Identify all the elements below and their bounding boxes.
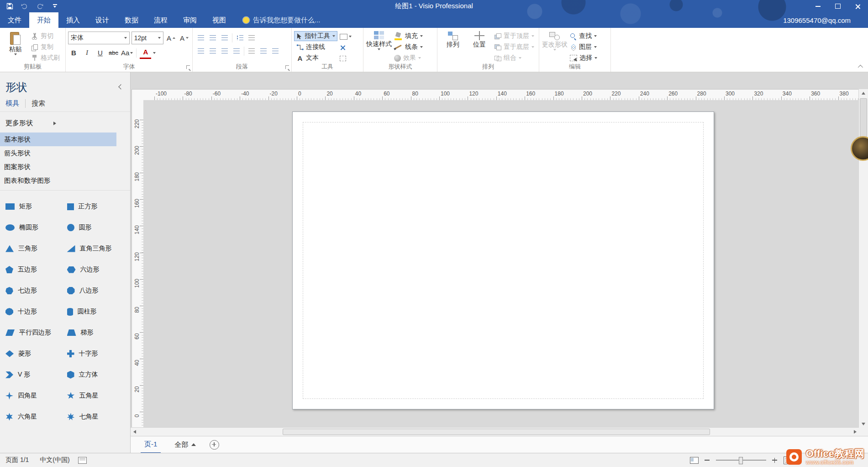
shape-item[interactable]: 平行四边形 [5, 322, 67, 343]
shape-item[interactable]: 七角星 [67, 406, 129, 427]
arrange-button[interactable]: 排列 [440, 30, 466, 63]
stencil-item[interactable]: 图表和数学图形 [0, 174, 116, 187]
shape-item[interactable]: 六角星 [5, 406, 67, 427]
cut-button[interactable]: 剪切 [29, 31, 62, 42]
strikethrough-button[interactable]: abc [108, 48, 119, 58]
more-shapes-button[interactable]: 更多形状 [0, 112, 130, 133]
tab-数据[interactable]: 数据 [117, 12, 146, 28]
underline-button[interactable]: U [95, 48, 106, 58]
change-shape-button[interactable]: 更改形状 [542, 30, 568, 63]
shape-item[interactable]: 八边形 [67, 280, 129, 301]
character-spacing-button[interactable] [246, 32, 258, 43]
align-bottom-button[interactable] [219, 32, 231, 43]
font-size-select[interactable]: 12pt [132, 32, 163, 44]
shape-item[interactable]: 直角三角形 [67, 238, 129, 259]
zoom-slider-thumb[interactable] [739, 457, 743, 464]
shape-item[interactable]: 菱形 [5, 343, 67, 364]
shape-item[interactable]: 立方体 [67, 364, 129, 385]
tab-stencils[interactable]: 模具 [5, 99, 25, 108]
shape-item[interactable]: 十边形 [5, 301, 67, 322]
align-top-button[interactable] [195, 32, 207, 43]
zoom-in-button[interactable] [772, 457, 778, 463]
zoom-out-button[interactable] [704, 457, 710, 463]
line-button[interactable]: 线条 [392, 42, 425, 52]
account-email[interactable]: 1309655470@qq.com [783, 12, 868, 28]
align-right-button[interactable] [219, 46, 231, 56]
select-button[interactable]: 选择 [568, 53, 599, 63]
copy-button[interactable]: 复制 [29, 42, 62, 53]
customize-qat-button[interactable] [51, 2, 59, 11]
decrease-font-button[interactable]: A [179, 32, 190, 43]
vertical-scroll-thumb[interactable] [860, 98, 867, 138]
page-indicator[interactable]: 页面 1/1 [0, 453, 34, 467]
horizontal-scrollbar[interactable] [131, 427, 859, 436]
shape-item[interactable]: 梯形 [67, 322, 129, 343]
shape-item[interactable]: 矩形 [5, 196, 67, 217]
tab-开始[interactable]: 开始 [29, 12, 58, 28]
close-button[interactable] [848, 0, 868, 12]
restore-button[interactable] [828, 0, 848, 12]
collapse-panel-button[interactable] [118, 85, 123, 90]
shape-item[interactable]: 五边形 [5, 259, 67, 280]
font-color-dropdown-icon[interactable] [153, 52, 156, 54]
align-middle-button[interactable] [207, 32, 219, 43]
tab-设计[interactable]: 设计 [88, 12, 117, 28]
italic-button[interactable]: I [81, 48, 93, 58]
text-tool-button[interactable]: A 文本 [294, 53, 337, 63]
align-center-button[interactable] [207, 46, 219, 56]
language-indicator[interactable]: 中文(中国) [34, 453, 75, 467]
save-button[interactable] [5, 2, 14, 11]
shape-item[interactable]: 七边形 [5, 280, 67, 301]
add-page-button[interactable] [210, 440, 219, 450]
shape-item[interactable]: 十字形 [67, 343, 129, 364]
shape-item[interactable]: 六边形 [67, 259, 129, 280]
tab-插入[interactable]: 插入 [58, 12, 88, 28]
align-left-button[interactable] [195, 46, 207, 56]
page-tab[interactable]: 页-1 [141, 436, 161, 453]
stencil-item[interactable]: 基本形状 [0, 133, 116, 146]
minimize-button[interactable] [808, 0, 828, 12]
bring-to-front-button[interactable]: 置于顶层 [493, 31, 536, 42]
increase-font-button[interactable]: A [165, 32, 177, 43]
undo-button[interactable] [21, 2, 29, 11]
font-name-select[interactable]: 宋体 [68, 32, 130, 44]
scroll-left-button[interactable] [131, 428, 138, 436]
connection-point-tool-button[interactable] [340, 43, 352, 52]
scroll-down-button[interactable] [859, 420, 868, 428]
horizontal-scroll-thumb[interactable] [283, 429, 710, 435]
shape-item[interactable]: 五角星 [67, 385, 129, 406]
paste-button[interactable]: 粘贴 [2, 30, 29, 63]
shape-item[interactable]: 三角形 [5, 238, 67, 259]
send-to-back-button[interactable]: 置于底层 [493, 42, 536, 53]
connector-tool-button[interactable]: 连接线 [294, 42, 337, 52]
presentation-view-icon[interactable] [690, 457, 699, 464]
justify-button[interactable] [231, 46, 242, 56]
bullets-button[interactable] [234, 32, 246, 43]
shape-item[interactable]: 圆形 [67, 217, 129, 238]
effects-button[interactable]: 效果 [392, 53, 425, 63]
shape-item[interactable]: 正方形 [67, 196, 129, 217]
group-button[interactable]: 组合 [493, 53, 536, 63]
redo-button[interactable] [36, 2, 44, 11]
pointer-tool-button[interactable]: 指针工具 [294, 31, 337, 41]
shape-draw-tool-button[interactable] [340, 32, 352, 41]
drawing-canvas[interactable] [143, 100, 859, 428]
tab-文件[interactable]: 文件 [0, 12, 29, 28]
scroll-right-button[interactable] [851, 428, 859, 436]
find-button[interactable]: 查找 [568, 31, 599, 42]
tab-视图[interactable]: 视图 [205, 12, 234, 28]
format-painter-button[interactable]: 格式刷 [29, 53, 62, 63]
tab-流程[interactable]: 流程 [146, 12, 175, 28]
tell-me-box[interactable]: 告诉我您想要做什么... [243, 12, 321, 28]
position-button[interactable]: 位置 [466, 30, 493, 63]
increase-indent-button[interactable] [269, 46, 281, 56]
layers-button[interactable]: 图层 [568, 42, 599, 53]
status-panel-icon[interactable] [78, 457, 87, 464]
stencil-item[interactable]: 箭头形状 [0, 146, 116, 160]
text-direction-button[interactable] [246, 46, 258, 56]
shape-item[interactable]: 椭圆形 [5, 217, 67, 238]
fill-button[interactable]: 填充 [392, 31, 425, 41]
collapse-ribbon-button[interactable] [856, 64, 863, 70]
font-color-button[interactable]: A [140, 47, 151, 59]
shape-item[interactable]: 四角星 [5, 385, 67, 406]
